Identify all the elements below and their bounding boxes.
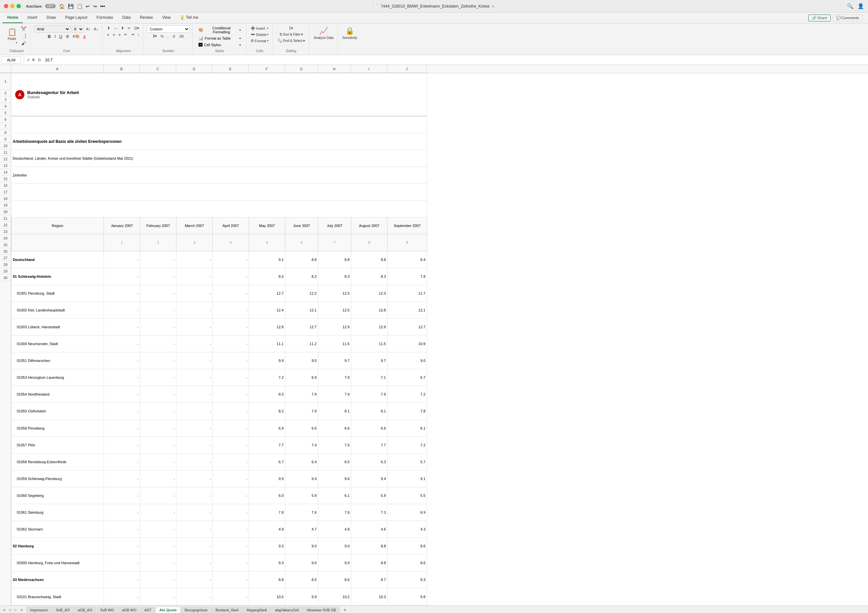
bold-button[interactable]: B (46, 33, 52, 40)
share-button[interactable]: 🔗 Share (808, 14, 831, 22)
close-button[interactable] (4, 4, 8, 8)
align-top-button[interactable]: ⬆ (106, 25, 112, 31)
decrease-indent-button[interactable]: ⇤ (123, 32, 129, 37)
fill-color-button[interactable]: A🎨 (71, 34, 81, 39)
col-num-6[interactable]: 6 (285, 234, 318, 251)
region-header[interactable]: Region (12, 217, 104, 234)
col-header-j[interactable]: J (387, 65, 427, 73)
sheet-navigation[interactable]: ⊲ ◁ ▷ ⊳ (1, 607, 25, 612)
col-header-g[interactable]: G (285, 65, 318, 73)
cell-styles-button[interactable]: 🅰 Cell Styles ▾ (197, 42, 243, 48)
row-header-1[interactable]: 1 (0, 73, 11, 90)
row-header-27[interactable]: 27 (0, 255, 11, 261)
aug-header[interactable]: August 2007 (351, 217, 388, 234)
row-header-16[interactable]: 16 (0, 182, 11, 189)
col-header-b[interactable]: B (104, 65, 140, 73)
col-num-2[interactable]: 2 (140, 234, 177, 251)
row-header-28[interactable]: 28 (0, 261, 11, 268)
save-icon[interactable]: 💾 (68, 4, 74, 9)
row-header-18[interactable]: 18 (0, 195, 11, 202)
col-header-d[interactable]: D (176, 65, 212, 73)
corner-cell[interactable] (0, 65, 11, 73)
jun-header[interactable]: June 2007 (285, 217, 318, 234)
row-header-7[interactable]: 7 (0, 123, 11, 129)
redo-icon[interactable]: ↪ (93, 4, 97, 9)
row-header-14[interactable]: 14 (0, 169, 11, 175)
tab-alo-quote[interactable]: Alo Quote (156, 607, 180, 613)
tab-insert[interactable]: Insert (23, 12, 42, 23)
underline-button[interactable]: U (58, 33, 64, 40)
tab-page-layout[interactable]: Page Layout (60, 12, 92, 23)
align-bottom-button[interactable]: ⬇ (120, 25, 125, 31)
align-middle-button[interactable]: ↔ (112, 26, 119, 31)
heading-row4[interactable]: Deutschland, Länder, Kreise und kreisfre… (12, 150, 427, 167)
row-header-25[interactable]: 25 (0, 242, 11, 248)
format-button[interactable]: ⚙Format▾ (249, 38, 270, 43)
row-header-22[interactable]: 22 (0, 222, 11, 228)
italic-button[interactable]: I (53, 33, 57, 40)
find-select-button[interactable]: 🔍Find & Select▾ (276, 38, 306, 43)
may-header[interactable]: May 2007 (249, 217, 285, 234)
jul-header[interactable]: July 2007 (318, 217, 351, 234)
text-direction-button[interactable]: ↕ (136, 32, 141, 37)
col-header-i[interactable]: I (351, 65, 387, 73)
search-icon[interactable]: 🔍 (847, 3, 854, 9)
tab-ast[interactable]: AST (141, 607, 155, 613)
copy-button[interactable]: 📑 (19, 33, 28, 39)
comma-button[interactable]: , (166, 34, 170, 39)
tab-home[interactable]: Home (3, 12, 23, 23)
col-num-9[interactable]: 9 (388, 234, 427, 251)
feb-header[interactable]: February 2007 (140, 217, 177, 234)
decrease-decimal-button[interactable]: .0 (171, 34, 177, 39)
autosave-toggle[interactable]: OFF (45, 4, 56, 8)
font-size-select[interactable]: 8 (71, 25, 84, 33)
tab-view[interactable]: View (158, 12, 175, 23)
sep-header[interactable]: September 2007 (388, 217, 427, 234)
tab-agb-ao[interactable]: aGB_AO (74, 607, 96, 613)
tab-abgvakanzzeit[interactable]: abgVakanzZeit (271, 607, 303, 613)
conditional-formatting-button[interactable]: 🎨 Conditional Formatting ▾ (197, 25, 243, 35)
tab-svb-ao[interactable]: SvB_AO (52, 607, 73, 613)
col-num-5[interactable]: 5 (249, 234, 285, 251)
sum-button[interactable]: Σ▾ (276, 25, 306, 31)
col-header-h[interactable]: H (318, 65, 351, 73)
tab-data[interactable]: Data (118, 12, 135, 23)
font-family-select[interactable]: Arial (34, 25, 70, 33)
col-num-3[interactable]: 3 (177, 234, 213, 251)
align-left-button[interactable]: ≡ (106, 32, 110, 37)
window-controls[interactable] (4, 4, 21, 8)
profile-icon[interactable]: 👤 (857, 3, 864, 9)
comments-button[interactable]: 💬 Comments (833, 14, 863, 22)
row-header-8[interactable]: 8 (0, 129, 11, 136)
paste-button[interactable]: 📋 Paste ▾ (5, 26, 19, 45)
decrease-font-button[interactable]: A↓ (93, 26, 99, 32)
first-sheet-button[interactable]: ⊲ (1, 607, 6, 612)
percent-button[interactable]: % (159, 34, 165, 39)
row-header-13[interactable]: 13 (0, 162, 11, 169)
col-header-e[interactable]: E (212, 65, 249, 73)
maximize-button[interactable] (17, 4, 21, 8)
increase-font-button[interactable]: A↑ (85, 26, 92, 32)
row-header-23[interactable]: 23 (0, 228, 11, 235)
format-painter-button[interactable]: 🖌 (19, 40, 28, 47)
sensitivity-button[interactable]: 🔒 Sensitivity (341, 25, 358, 41)
row-header-5[interactable]: 5 (0, 110, 11, 116)
sort-filter-button[interactable]: ⇅Sort & Filter▾ (276, 32, 306, 37)
tab-bestand-stea[interactable]: Bestand_SteA (212, 607, 242, 613)
row-header-21[interactable]: 21 (0, 215, 11, 222)
col-num-4[interactable]: 4 (213, 234, 249, 251)
heading-row5[interactable]: Zeitreihe (12, 167, 427, 184)
apr-header[interactable]: April 2007 (213, 217, 249, 234)
row-header-4[interactable]: 4 (0, 103, 11, 110)
merge-button[interactable]: ⊡▾ (133, 25, 141, 31)
tab-hinweise[interactable]: Hinweise SVB GB (303, 607, 340, 613)
clipboard-icon[interactable]: 📋 (77, 4, 82, 9)
increase-indent-button[interactable]: ⇥ (130, 32, 135, 37)
tab-draw[interactable]: Draw (42, 12, 60, 23)
last-sheet-button[interactable]: ⊳ (19, 607, 25, 612)
jan-header[interactable]: January 2007 (104, 217, 140, 234)
cell-reference-input[interactable] (1, 56, 21, 64)
row-header-20[interactable]: 20 (0, 208, 11, 215)
heading-row3[interactable]: Arbeitslosenquote auf Basis alle zivilen… (12, 133, 427, 150)
formula-input[interactable] (43, 58, 867, 62)
